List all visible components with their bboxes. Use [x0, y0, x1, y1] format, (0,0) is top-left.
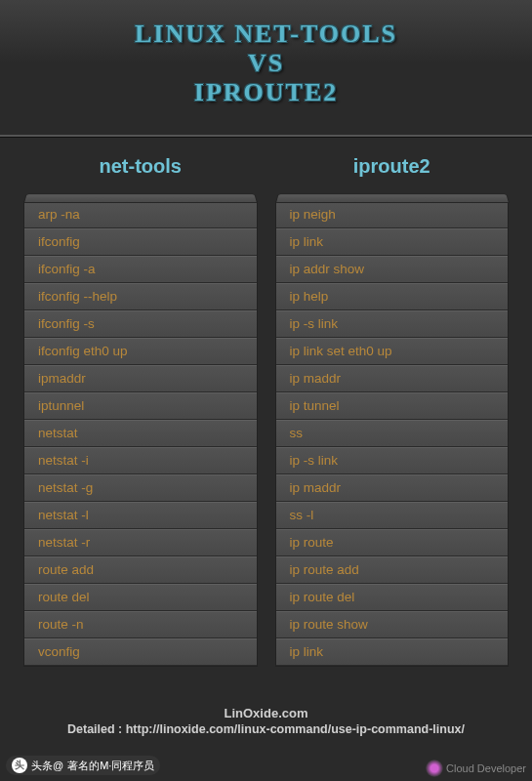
command-row: ip route: [276, 529, 509, 556]
watermark-right: Cloud Developer: [426, 760, 526, 777]
watermark-right-text: Cloud Developer: [446, 762, 526, 774]
command-row: netstat -r: [24, 529, 257, 556]
command-row: route del: [24, 584, 257, 611]
footer: LinOxide.com Detailed : http://linoxide.…: [0, 706, 532, 736]
command-row: arp -na: [24, 201, 257, 228]
command-row: ifconfig -s: [24, 310, 257, 338]
command-row: ip link set eth0 up: [276, 338, 509, 365]
footer-detail: Detailed : http://linoxide.com/linux-com…: [0, 722, 532, 736]
column-header-right: iproute2: [275, 155, 510, 178]
command-row: vconfig: [24, 638, 257, 666]
stack-right: ip neighip linkip addr showip helpip -s …: [275, 191, 510, 667]
command-row: ip addr show: [276, 256, 509, 283]
stack-top-right: [275, 193, 510, 203]
command-row: ip route show: [276, 611, 509, 638]
main-title: LINUX NET-TOOLS VS IPROUTE2: [18, 20, 514, 107]
command-row: ss: [276, 420, 509, 447]
command-row: route -n: [24, 611, 257, 638]
title-line-3: IPROUTE2: [194, 78, 338, 106]
title-line-2: VS: [18, 49, 514, 78]
command-row: ip -s link: [276, 310, 509, 338]
columns-wrapper: net-tools arp -naifconfigifconfig -aifco…: [18, 155, 514, 667]
command-row: ip maddr: [276, 474, 509, 502]
command-row: ip help: [276, 283, 509, 310]
command-row: ip maddr: [276, 365, 509, 392]
column-net-tools: net-tools arp -naifconfigifconfig -aifco…: [23, 155, 258, 667]
stack-body-right: ip neighip linkip addr showip helpip -s …: [275, 201, 510, 667]
command-row: ip tunnel: [276, 392, 509, 420]
wechat-style-icon: [426, 760, 443, 777]
watermark-left: 头 头条@ 著名的M·同程序员: [6, 756, 160, 775]
command-row: ip link: [276, 228, 509, 256]
toutiao-icon: 头: [12, 758, 27, 773]
command-row: ipmaddr: [24, 365, 257, 392]
command-row: ifconfig eth0 up: [24, 338, 257, 365]
command-row: iptunnel: [24, 392, 257, 420]
column-header-left: net-tools: [23, 155, 258, 178]
infographic-container: LINUX NET-TOOLS VS IPROUTE2 net-tools ar…: [0, 0, 532, 781]
watermark-left-text: 著名的M·同程序员: [67, 759, 154, 773]
command-row: netstat -i: [24, 447, 257, 474]
stack-top-left: [23, 193, 258, 203]
footer-site: LinOxide.com: [0, 706, 532, 720]
command-row: ip link: [276, 638, 509, 666]
command-row: ss -l: [276, 502, 509, 529]
command-row: ip route add: [276, 556, 509, 584]
stack-left: arp -naifconfigifconfig -aifconfig --hel…: [23, 191, 258, 667]
watermark-left-prefix: 头条@: [31, 759, 63, 773]
command-row: ifconfig: [24, 228, 257, 256]
title-line-1: LINUX NET-TOOLS: [135, 20, 397, 48]
column-iproute2: iproute2 ip neighip linkip addr showip h…: [275, 155, 510, 667]
command-row: netstat: [24, 420, 257, 447]
command-row: route add: [24, 556, 257, 584]
command-row: ip route del: [276, 584, 509, 611]
command-row: ifconfig -a: [24, 256, 257, 283]
stack-body-left: arp -naifconfigifconfig -aifconfig --hel…: [23, 201, 258, 667]
command-row: netstat -g: [24, 474, 257, 502]
command-row: netstat -l: [24, 502, 257, 529]
command-row: ifconfig --help: [24, 283, 257, 310]
command-row: ip neigh: [276, 201, 509, 228]
command-row: ip -s link: [276, 447, 509, 474]
divider: [0, 135, 532, 138]
